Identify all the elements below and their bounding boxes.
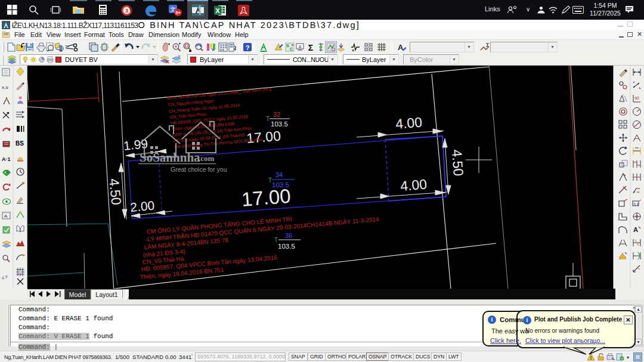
svg-text:Great choice for you: Great choice for you [171,166,227,173]
svg-text:X: X [215,7,220,14]
svg-text:A: A [299,45,302,49]
svg-text:5+: 5+ [175,10,181,16]
svg-text:A: A [398,43,404,52]
svg-text:BS: BS [16,140,24,147]
svg-text:?: ? [246,44,250,51]
svg-text:A: A [4,214,8,219]
svg-text:17.00: 17.00 [241,185,292,211]
svg-text:H: H [637,190,639,194]
svg-text:¿?: ¿? [2,274,8,280]
svg-text:34: 34 [275,171,283,178]
svg-text:2.00: 2.00 [129,199,155,214]
svg-text:C: C [290,47,293,51]
svg-text:A: A [633,226,638,233]
svg-text:90: 90 [634,96,639,100]
svg-text:4.00: 4.00 [395,115,423,132]
svg-text:3: 3 [125,8,128,14]
svg-text:103.5: 103.5 [271,120,288,128]
svg-text:x.o: x.o [2,85,8,90]
svg-text:32: 32 [273,111,280,118]
svg-text:4.50: 4.50 [449,149,466,177]
svg-text:36: 36 [285,232,292,239]
svg-text:Σ: Σ [308,43,313,52]
svg-text:SoSanhnha: SoSanhnha [140,150,200,165]
svg-text:103.5: 103.5 [278,243,295,250]
svg-text:4.50: 4.50 [106,178,125,206]
svg-text:S: S [286,44,289,48]
svg-text:103.5: 103.5 [272,181,289,188]
svg-text:4.00: 4.00 [400,177,428,194]
svg-text:A·1: A·1 [2,156,11,162]
svg-text:T: T [266,116,270,122]
svg-text:0.1: 0.1 [634,202,639,206]
svg-text:.com: .com [199,154,215,163]
